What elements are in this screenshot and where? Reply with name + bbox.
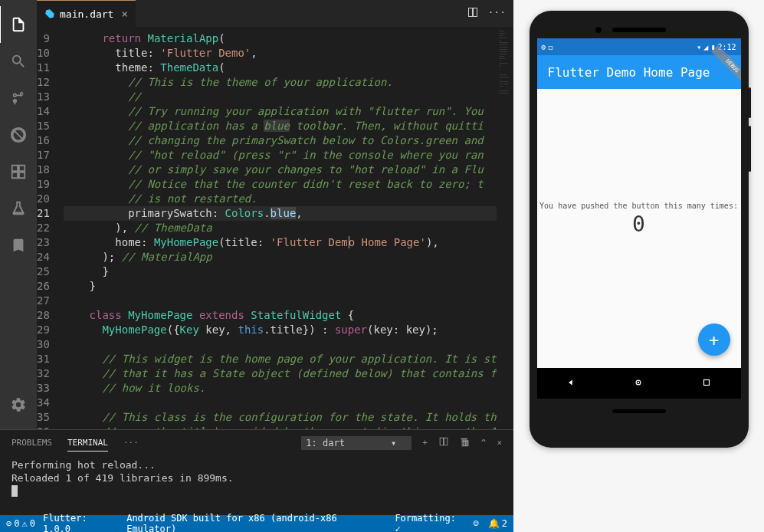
plus-icon: +	[709, 330, 719, 350]
dart-file-icon	[44, 8, 55, 19]
status-formatting[interactable]: Formatting: ✓	[395, 513, 465, 532]
status-bar: ⊘0 ⚠0 Flutter: 1.0.0 Android SDK built f…	[0, 515, 513, 532]
phone-speaker	[612, 28, 666, 32]
panel-tabs: PROBLEMS TERMINAL ··· 1: dart ▾ + ^ ×	[0, 430, 513, 455]
emulator-pane: ⚙ ◻ ▾ ◢ ▮ 2:12 Flutter Demo Home Page DE…	[513, 0, 764, 532]
split-terminal-icon[interactable]	[438, 436, 449, 449]
activity-bar	[0, 0, 37, 429]
flask-icon[interactable]	[0, 190, 37, 227]
settings-status-icon: ⚙	[542, 43, 546, 51]
status-errors[interactable]: ⊘0 ⚠0	[6, 518, 35, 529]
phone-power-button	[749, 87, 751, 118]
counter-label: You have pushed the button this many tim…	[539, 202, 738, 210]
svg-point-1	[638, 381, 639, 383]
app-bar: Flutter Demo Home Page DEBUG	[537, 55, 741, 89]
counter-value: 0	[632, 212, 645, 237]
status-bell[interactable]: 🔔2	[488, 518, 507, 529]
signal-icon: ◢	[703, 43, 708, 51]
new-terminal-icon[interactable]: +	[422, 438, 428, 448]
panel-tab-more[interactable]: ···	[123, 438, 139, 448]
debug-icon[interactable]	[0, 117, 37, 153]
square-status-icon: ◻	[549, 43, 553, 51]
nav-back-icon[interactable]	[566, 377, 576, 390]
vscode-window: main.dart × ··· 910111213141516171819202…	[0, 0, 513, 532]
more-icon[interactable]: ···	[488, 6, 506, 21]
extensions-icon[interactable]	[0, 153, 37, 190]
terminal-output[interactable]: Performing hot reload...Reloaded 1 of 41…	[0, 455, 513, 515]
maximize-panel-icon[interactable]: ^	[481, 438, 487, 448]
search-icon[interactable]	[0, 43, 37, 80]
close-icon[interactable]: ×	[121, 8, 127, 20]
kill-terminal-icon[interactable]	[460, 436, 471, 449]
source-control-icon[interactable]	[0, 80, 37, 117]
android-status-bar: ⚙ ◻ ▾ ◢ ▮ 2:12	[537, 38, 741, 55]
terminal-selector[interactable]: 1: dart ▾	[301, 436, 412, 450]
phone-chin	[612, 409, 666, 413]
phone-volume-button	[749, 126, 751, 172]
phone-frame: ⚙ ◻ ▾ ◢ ▮ 2:12 Flutter Demo Home Page DE…	[530, 11, 749, 448]
settings-icon[interactable]	[0, 386, 37, 423]
nav-home-icon[interactable]	[633, 377, 644, 390]
tab-filename: main.dart	[60, 8, 113, 20]
status-flutter[interactable]: Flutter: 1.0.0	[43, 513, 119, 532]
app-title: Flutter Demo Home Page	[548, 65, 710, 80]
svg-rect-2	[704, 379, 710, 385]
split-editor-icon[interactable]	[467, 6, 479, 21]
panel-tab-problems[interactable]: PROBLEMS	[11, 438, 52, 448]
status-feedback-icon[interactable]: ☺	[474, 518, 479, 529]
editor-top-area: main.dart × ··· 910111213141516171819202…	[0, 0, 513, 429]
nav-recents-icon[interactable]	[701, 377, 712, 390]
code-content[interactable]: return MaterialApp( title: 'Flutter Demo…	[64, 27, 497, 429]
close-panel-icon[interactable]: ×	[497, 438, 502, 448]
fab-button[interactable]: +	[698, 323, 730, 356]
minimap[interactable]: ▬▬▬▬▬▬▬▬▬▬▬▬▬▬▬▬▬▬▬▬▬▬▬▬▬▬▬▬▬▬▬▬▬▬▬▬▬▬▬▬…	[497, 27, 513, 429]
panel-tab-terminal[interactable]: TERMINAL	[67, 438, 108, 452]
bottom-panel: PROBLEMS TERMINAL ··· 1: dart ▾ + ^ × Pe…	[0, 429, 513, 515]
bookmark-icon[interactable]	[0, 227, 37, 264]
code-editor[interactable]: 9101112131415161718192021222324252627282…	[37, 27, 513, 429]
editor-area: main.dart × ··· 910111213141516171819202…	[37, 0, 513, 429]
explorer-icon[interactable]	[0, 6, 36, 43]
tab-bar: main.dart × ···	[37, 0, 513, 27]
android-nav-bar	[537, 368, 741, 399]
tab-main-dart[interactable]: main.dart ×	[37, 0, 136, 27]
phone-screen[interactable]: ⚙ ◻ ▾ ◢ ▮ 2:12 Flutter Demo Home Page DE…	[537, 38, 741, 399]
status-device[interactable]: Android SDK built for x86 (android-x86 E…	[126, 513, 387, 532]
wifi-icon: ▾	[697, 43, 701, 51]
app-body: You have pushed the button this many tim…	[537, 89, 741, 350]
line-gutter: 9101112131415161718192021222324252627282…	[37, 27, 64, 429]
